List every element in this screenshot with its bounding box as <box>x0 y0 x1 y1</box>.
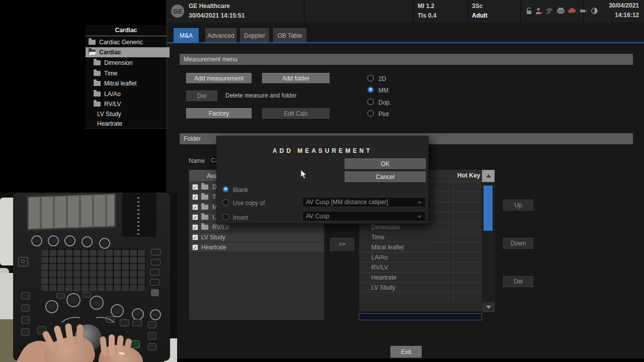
available-row-rv-lv[interactable]: ✓ RV/LV <box>189 222 324 232</box>
panel-key <box>83 292 91 298</box>
selected-row-heartrate[interactable]: Heartrate <box>359 273 482 283</box>
tree-item-rv-lv[interactable]: RV/LV <box>86 99 175 109</box>
exit-button[interactable]: Exit <box>390 346 422 358</box>
selected-row-empty[interactable] <box>359 293 482 303</box>
row-label: Mitral leaflet <box>371 244 404 251</box>
use-copy-dropdown[interactable]: AV Cusp [MM distance caliper] <box>302 197 426 207</box>
tree-item-la-ao[interactable]: LA/Ao <box>86 89 175 99</box>
selected-row-rv-lv[interactable]: RV/LV <box>359 262 482 273</box>
tree-item-cardiac-generic[interactable]: Cardiac Generic <box>86 37 170 47</box>
cancel-button[interactable]: Cancel <box>345 171 426 182</box>
add-measurement-button[interactable]: Add measurement <box>186 73 252 83</box>
checkbox-checked[interactable]: ✓ <box>192 244 198 250</box>
add-folder-button[interactable]: Add folder <box>262 73 330 83</box>
probe-section: 3Sc Adult <box>468 0 521 23</box>
insert-radio[interactable] <box>222 214 229 220</box>
scrollbar-thumb[interactable] <box>484 186 493 231</box>
top-status-bar: GE GE Healthcare 30/04/2021 14:15:51 MI … <box>166 0 644 23</box>
tab-underline <box>166 42 644 43</box>
probe-name: 3Sc <box>472 3 482 10</box>
checkbox-checked[interactable]: ✓ <box>192 234 198 240</box>
row-label: RV/LV <box>371 264 388 271</box>
power-icon <box>21 259 25 263</box>
tab-ma[interactable]: M&A <box>174 28 199 42</box>
available-row-heartrate[interactable]: ✓ Heartrate <box>189 242 324 252</box>
wifi-icon <box>545 7 553 15</box>
folder-icon <box>201 185 208 190</box>
mouse-cursor <box>300 169 307 179</box>
panel-key <box>148 343 156 350</box>
chevron-up-icon <box>486 174 491 177</box>
selected-row-la-ao[interactable]: LA/Ao <box>359 252 482 262</box>
rotary-knob <box>48 235 59 246</box>
del-button[interactable]: Del <box>186 90 217 101</box>
tab-advanced[interactable]: Advanced <box>205 28 236 42</box>
rotary-knob <box>150 309 161 320</box>
tab-ob-table[interactable]: OB Table <box>273 28 306 42</box>
tree-item-cardiac[interactable]: Cardiac <box>86 47 170 57</box>
checkbox-checked[interactable]: ✓ <box>192 204 198 210</box>
insert-dropdown[interactable]: AV Cusp <box>302 211 426 221</box>
rotary-knob <box>45 300 58 313</box>
row-label: Dimension <box>371 224 400 231</box>
rotary-knob <box>99 238 110 249</box>
mode-radio-2d[interactable] <box>367 75 374 81</box>
factory-button[interactable]: Factory <box>186 108 252 119</box>
webcam-overlay <box>0 193 177 362</box>
mode-radio-dop[interactable] <box>367 99 374 105</box>
scroll-up-button[interactable] <box>481 170 495 182</box>
checkbox-checked[interactable]: ✓ <box>192 184 198 190</box>
selected-row-mitral-leaflet[interactable]: Mitral leaflet <box>359 242 482 252</box>
checkbox-checked[interactable]: ✓ <box>192 214 198 220</box>
ok-button[interactable]: OK <box>345 158 426 169</box>
touchscreen <box>26 193 117 231</box>
blank-label: Blank <box>233 187 248 194</box>
selected-row-dimension[interactable]: Dimension <box>359 222 482 232</box>
rotary-knob <box>64 235 75 246</box>
folder-icon <box>94 60 101 65</box>
checkbox-checked[interactable]: ✓ <box>192 224 198 230</box>
tree-item-dimension[interactable]: Dimension <box>86 58 175 68</box>
tree-item-label: Cardiac <box>99 49 121 56</box>
row-label: RV/LV <box>212 224 229 231</box>
power-button <box>18 257 28 266</box>
folder-tree-panel: Cardiac Cardiac Generic Cardiac Dimensio… <box>86 25 167 129</box>
add-measurement-dialog: ADD MEASUREMENT OK Cancel Blank Use copy… <box>216 136 429 224</box>
system-datetime: 30/04/2021 14:15:51 <box>189 12 245 19</box>
blank-radio[interactable] <box>222 186 229 193</box>
mode-radio-plot[interactable] <box>367 110 374 117</box>
tab-doppler[interactable]: Doppler <box>240 28 269 42</box>
tree-item-mitral-leaflet[interactable]: Mitral leaflet <box>86 78 175 88</box>
user-icon <box>535 7 542 15</box>
available-row-lv-study[interactable]: ✓ LV Study <box>189 232 324 242</box>
mode-label-plot: Plot <box>378 111 389 118</box>
panel-key <box>21 292 30 300</box>
hot-key-header: Hot Key <box>457 172 480 179</box>
transfer-right-button[interactable]: >> <box>330 238 354 251</box>
selected-row-time[interactable]: Time <box>359 232 482 242</box>
edit-calc-button[interactable]: Edit Calc <box>262 108 330 119</box>
use-copy-radio[interactable] <box>222 199 229 206</box>
checkbox-checked[interactable]: ✓ <box>192 194 198 200</box>
tree-item-time[interactable]: Time <box>86 68 175 78</box>
left-finger <box>76 324 84 347</box>
scroll-down-button[interactable] <box>481 302 495 312</box>
panel-key <box>150 269 159 276</box>
folder-icon <box>201 195 208 200</box>
selected-row-lv-study[interactable]: LV Study <box>359 283 482 293</box>
horizontal-scrollbar[interactable] <box>359 313 482 320</box>
panel-key <box>132 319 142 326</box>
tis-value: TIs 0.4 <box>418 12 436 19</box>
scrollbar-track[interactable] <box>481 182 495 302</box>
tree-item-heartrate[interactable]: Heartrate <box>86 119 178 129</box>
insert-label: Insert <box>233 214 248 221</box>
folder-icon <box>94 81 101 86</box>
rotary-knob <box>66 293 80 307</box>
up-button[interactable]: Up <box>503 200 533 211</box>
down-button[interactable]: Down <box>503 238 533 249</box>
panel-key <box>151 249 160 255</box>
dropdown-value: AV Cusp [MM distance caliper] <box>306 199 388 206</box>
tree-item-lv-study[interactable]: LV Study <box>86 109 178 119</box>
del-row-button[interactable]: Del <box>503 276 533 287</box>
mode-radio-mm[interactable] <box>367 86 374 93</box>
